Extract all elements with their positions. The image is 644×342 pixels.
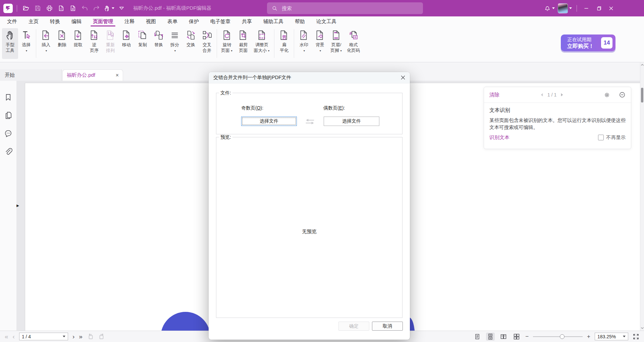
insert-pages-quick-button[interactable] [68, 4, 77, 13]
save-button[interactable] [33, 4, 42, 13]
page-number-combobox[interactable]: 1 / 4 [19, 333, 68, 340]
reverse-order-button[interactable]: 12逆页序 [86, 28, 102, 59]
notification-settings-icon[interactable] [604, 92, 610, 98]
vertical-scrollbar[interactable] [640, 62, 644, 331]
cross-merge-button[interactable]: 交叉合并 [199, 28, 215, 59]
close-button[interactable] [606, 4, 616, 13]
attachments-panel-button[interactable] [4, 147, 13, 156]
background-button[interactable]: 背景▼ [312, 28, 328, 59]
resize-pages-button[interactable]: 调整页面大小▼ [251, 28, 272, 59]
scroll-down-icon[interactable] [641, 326, 644, 330]
hand-tool-quick-button[interactable] [103, 4, 114, 13]
zoom-out-button[interactable]: − [525, 333, 529, 340]
tab-document-active[interactable]: 福昕办公.pdf × [62, 69, 123, 81]
flatten-button[interactable]: 扁平化 [276, 28, 292, 59]
facing-view-button[interactable] [499, 333, 508, 341]
comments-panel-button[interactable] [4, 129, 13, 138]
interleave-merge-dialog: 交错合并文件到一个单独的PDF文件 文件: 奇数页(O): 偶数页(E): 选择… [209, 72, 410, 340]
rotate-right-button[interactable] [98, 333, 105, 340]
clear-link[interactable]: 清除 [489, 92, 499, 98]
account-button[interactable] [558, 4, 572, 13]
bookmarks-panel-button[interactable] [4, 93, 13, 101]
watermark-button[interactable]: 水印▼ [296, 28, 312, 59]
zoom-level-combobox[interactable]: 183.25% [595, 333, 628, 340]
swap-pages-button[interactable]: 交换 [183, 28, 199, 59]
trial-purchase-banner[interactable]: 正在试用期 立即购买！ 14 [561, 35, 615, 51]
select-button[interactable]: 选择▼ [18, 28, 34, 59]
text-recognition-notification: 清除 1 / 1 文本识别 某些页面包含未被识别的文本。您可以运行文本识别以便使… [484, 87, 631, 149]
print-button[interactable] [45, 4, 54, 13]
dont-show-again-checkbox[interactable] [598, 135, 604, 140]
minimize-button[interactable] [582, 4, 591, 13]
next-notification-icon[interactable] [560, 92, 564, 97]
resize-pages-icon [256, 29, 268, 41]
zoom-slider[interactable] [533, 334, 583, 339]
delete-pages-quick-button[interactable] [56, 4, 66, 13]
notifications-button[interactable] [544, 4, 555, 13]
zoom-slider-thumb[interactable] [560, 334, 565, 339]
menu-item[interactable]: 文件 [1, 16, 23, 26]
extract-pages-button[interactable]: 提取 [70, 28, 86, 59]
next-page-button[interactable]: › [72, 333, 74, 340]
delete-pages-icon [56, 29, 68, 41]
prev-notification-icon[interactable] [540, 92, 544, 97]
menu-item[interactable]: 共享 [236, 16, 258, 26]
format-page-number-button[interactable]: #格式化页码 [344, 28, 362, 59]
ok-button[interactable]: 确定 [338, 322, 369, 331]
menu-item[interactable]: 帮助 [289, 16, 311, 26]
menu-item[interactable]: 辅助工具 [258, 16, 289, 26]
scroll-up-icon[interactable] [641, 63, 644, 67]
first-page-button[interactable]: « [5, 333, 8, 340]
delete-pages-button[interactable]: 删除 [54, 28, 70, 59]
zoom-in-button[interactable]: + [587, 333, 590, 340]
split-document-button[interactable]: 拆分▼ [167, 28, 183, 59]
header-footer-icon [331, 29, 342, 41]
extract-pages-icon [72, 29, 84, 41]
menu-item[interactable]: 主页 [23, 16, 44, 26]
search-input[interactable] [281, 5, 403, 11]
cancel-button[interactable]: 取消 [372, 322, 403, 331]
undo-button[interactable] [80, 4, 89, 13]
hand-tool-button[interactable]: 手型工具 [2, 28, 18, 59]
replace-pages-button[interactable]: 替换 [151, 28, 167, 59]
rotate-pages-icon [221, 29, 233, 41]
copy-pages-button[interactable]: 复制 [135, 28, 151, 59]
insert-pages-button[interactable]: 插入▼ [38, 28, 54, 59]
dialog-close-icon[interactable] [398, 74, 407, 82]
restore-button[interactable] [594, 4, 603, 13]
fit-screen-button[interactable] [633, 333, 639, 340]
previous-page-button[interactable]: ‹ [13, 333, 15, 340]
collapse-toolbar-button[interactable] [117, 4, 126, 13]
scrollbar-thumb[interactable] [641, 88, 643, 102]
single-page-view-button[interactable] [473, 333, 482, 341]
recognize-text-link[interactable]: 识别文本 [489, 134, 509, 141]
choose-odd-file-button[interactable]: 选择文件 [241, 117, 297, 126]
rotate-left-button[interactable] [87, 333, 94, 340]
menu-item[interactable]: 论文工具 [311, 16, 342, 26]
move-pages-button[interactable]: 移动 [118, 28, 135, 59]
menu-item[interactable]: 保护 [183, 16, 205, 26]
crop-pages-button[interactable]: 裁剪页面 [235, 28, 251, 59]
menu-item[interactable]: 页面管理 [87, 16, 119, 26]
pages-panel-button[interactable] [4, 111, 13, 120]
header-footer-button[interactable]: 页眉/页脚▼ [328, 28, 344, 59]
watermark-icon [298, 29, 310, 41]
redo-button[interactable] [92, 4, 101, 13]
tab-close-icon[interactable]: × [116, 73, 119, 78]
rotate-pages-button[interactable]: 旋转页面▼ [219, 28, 235, 59]
open-file-button[interactable] [21, 4, 31, 13]
collapse-notification-icon[interactable] [619, 91, 626, 98]
last-page-button[interactable]: » [79, 333, 83, 340]
facing-continuous-view-button[interactable] [512, 333, 521, 341]
continuous-view-button[interactable] [486, 333, 495, 341]
choose-even-file-button[interactable]: 选择文件 [324, 117, 379, 126]
menu-item[interactable]: 表单 [162, 16, 183, 26]
menu-item[interactable]: 电子签章 [205, 16, 236, 26]
menu-item[interactable]: 注释 [119, 16, 140, 26]
menu-item[interactable]: 转换 [44, 16, 66, 26]
panel-expand-handle[interactable]: ▶ [15, 202, 20, 208]
search-box[interactable] [267, 2, 423, 14]
menu-item[interactable]: 视图 [140, 16, 162, 26]
tab-start[interactable]: 开始 [0, 69, 62, 81]
menu-item[interactable]: 编辑 [66, 16, 87, 26]
